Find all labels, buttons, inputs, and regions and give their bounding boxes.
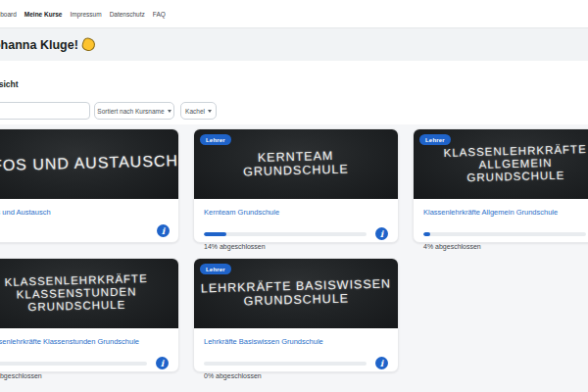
sort-dropdown[interactable]: Sortiert nach Kursname: [94, 102, 174, 120]
progress-label: 4% abgeschlossen: [423, 243, 588, 250]
course-link[interactable]: Klassenlehrkräfte Klassenstunden Grundsc…: [0, 337, 169, 346]
course-link[interactable]: Lehrkräfte Basiswissen Grundschule: [204, 337, 388, 346]
teacher-badge: Lehrer: [419, 134, 451, 145]
course-overview-heading: Kursübersicht: [0, 79, 19, 89]
course-search-input[interactable]: [0, 102, 90, 120]
course-card-body: Klassenlehrkräfte Allgemein Grundschule …: [414, 199, 588, 250]
progress-label: 14% abgeschlossen: [204, 243, 388, 250]
info-icon[interactable]: i: [375, 227, 388, 240]
progress-row: i: [0, 357, 169, 369]
info-icon[interactable]: i: [375, 357, 388, 369]
progress-label: 0% abgeschlossen: [0, 372, 169, 379]
teacher-badge: Lehrer: [200, 264, 231, 274]
progress-row: i: [204, 227, 388, 240]
progress-label: 0% abgeschlossen: [204, 372, 388, 379]
course-card-image[interactable]: KLASSENLEHRKRÄFTE KLASSENSTUNDEN GRUNDSC…: [0, 259, 178, 328]
course-card-body: Lehrkräfte Basiswissen Grundschule i 0% …: [194, 328, 398, 379]
sort-dropdown-label: Sortiert nach Kursname: [97, 108, 164, 115]
greeting-label: Hallo Johanna Kluge!: [0, 38, 78, 52]
chevron-down-icon: [208, 110, 212, 113]
greeting-text: Hallo Johanna Kluge!: [0, 38, 95, 52]
wave-emoji-icon: [80, 36, 96, 52]
course-link[interactable]: Infos und Austausch: [0, 208, 169, 217]
progress-bar: [204, 232, 367, 236]
course-card: INFOS UND AUSTAUSCH Infos und Austausch …: [0, 128, 179, 243]
course-board-title: KERNTEAM GRUNDSCHULE: [243, 149, 349, 180]
info-icon[interactable]: i: [156, 357, 169, 369]
nav-item-datenschutz[interactable]: Datenschutz: [110, 11, 145, 18]
progress-fill: [423, 232, 430, 236]
nav-item-meine-kurse[interactable]: Meine Kurse: [24, 11, 63, 18]
course-link[interactable]: Klassenlehrkräfte Allgemein Grundschule: [423, 208, 588, 217]
course-card-body: Klassenlehrkräfte Klassenstunden Grundsc…: [0, 328, 178, 379]
info-icon[interactable]: i: [157, 224, 170, 237]
teacher-badge: Lehrer: [200, 134, 231, 145]
course-board-title: LEHRKRÄFTE BASISWISSEN GRUNDSCHULE: [201, 277, 392, 311]
course-card-image[interactable]: Lehrer KERNTEAM GRUNDSCHULE: [194, 129, 398, 199]
course-card: KLASSENLEHRKRÄFTE KLASSENSTUNDEN GRUNDSC…: [0, 258, 179, 372]
view-mode-dropdown[interactable]: Kachel: [180, 102, 217, 120]
course-card: Lehrer LEHRKRÄFTE BASISWISSEN GRUNDSCHUL…: [193, 258, 399, 372]
course-card-image[interactable]: Lehrer KLASSENLEHRKRÄFTE ALLGEMEIN GRUND…: [414, 129, 588, 199]
greeting-banner: Hallo Johanna Kluge!: [0, 28, 588, 61]
course-board-title: KLASSENLEHRKRÄFTE ALLGEMEIN GRUNDSCHULE: [443, 143, 587, 185]
course-card-image[interactable]: Lehrer LEHRKRÄFTE BASISWISSEN GRUNDSCHUL…: [194, 259, 398, 328]
chevron-down-icon: [168, 110, 172, 113]
progress-bar: [204, 362, 367, 366]
course-link[interactable]: Kernteam Grundschule: [204, 208, 388, 217]
view-mode-label: Kachel: [185, 108, 205, 115]
top-navbar: Dashboard Meine Kurse Impressum Datensch…: [0, 0, 588, 28]
course-card: Lehrer KERNTEAM GRUNDSCHULE Kernteam Gru…: [193, 128, 399, 243]
progress-fill: [204, 232, 226, 236]
course-board-title: INFOS UND AUSTAUSCH: [0, 153, 178, 176]
nav-item-faq[interactable]: FAQ: [153, 11, 166, 18]
progress-row: i: [204, 357, 388, 369]
nav-item-dashboard[interactable]: Dashboard: [0, 11, 17, 18]
course-card: Lehrer KLASSENLEHRKRÄFTE ALLGEMEIN GRUND…: [413, 128, 588, 243]
progress-bar: [423, 232, 586, 236]
progress-bar: [0, 362, 147, 366]
nav-item-impressum[interactable]: Impressum: [70, 11, 101, 18]
nav-items: Dashboard Meine Kurse Impressum Datensch…: [0, 0, 166, 27]
course-card-body: Kernteam Grundschule i 14% abgeschlossen: [194, 199, 398, 250]
course-card-body: Infos und Austausch: [0, 199, 178, 217]
course-card-image[interactable]: INFOS UND AUSTAUSCH: [0, 129, 178, 199]
progress-row: i: [423, 227, 588, 240]
course-board-title: KLASSENLEHRKRÄFTE KLASSENSTUNDEN GRUNDSC…: [4, 272, 148, 315]
